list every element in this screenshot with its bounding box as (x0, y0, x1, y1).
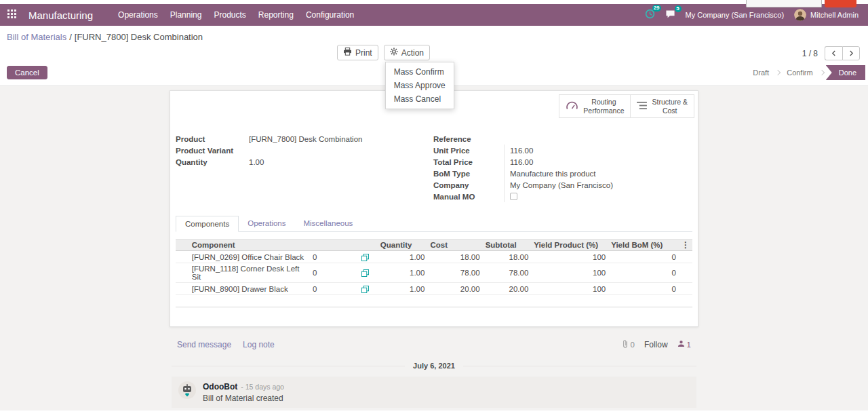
table-row[interactable]: [FURN_1118] Corner Desk Left Sit 0 1.00 … (176, 263, 692, 283)
cell-yield-bom[interactable]: 0 (608, 263, 679, 283)
header-yield-bom[interactable]: Yield BoM (%) (608, 240, 679, 251)
total-price-label: Total Price (433, 158, 504, 166)
message-author[interactable]: OdooBot (203, 382, 237, 392)
pager-previous-button[interactable] (825, 46, 842, 60)
cell-quantity[interactable]: 1.00 (378, 263, 428, 283)
cell-cost: 78.00 (427, 263, 482, 283)
routing-performance-button[interactable]: Routing Performance (559, 94, 631, 118)
header-cost[interactable]: Cost (427, 240, 482, 251)
status-chevron-icon (818, 70, 824, 75)
company-value[interactable]: My Company (San Francisco) (504, 179, 692, 191)
status-chevron-icon (775, 70, 781, 75)
product-value-link[interactable]: [FURN_7800] Desk Combination (249, 135, 362, 143)
status-step-done[interactable]: Done (826, 65, 865, 80)
pager-buttons (825, 46, 860, 60)
chevron-right-icon (849, 48, 854, 58)
cell-quantity[interactable]: 1.00 (378, 283, 428, 295)
header-subtotal[interactable]: Subtotal (483, 240, 532, 251)
manual-mo-checkbox[interactable] (510, 193, 517, 200)
row-handle[interactable] (176, 263, 189, 283)
print-button[interactable]: Print (337, 45, 378, 60)
gear-icon (390, 47, 398, 58)
menu-products[interactable]: Products (208, 7, 252, 22)
status-step-confirm[interactable]: Confirm (782, 66, 818, 79)
activities-badge: 29 (652, 5, 661, 12)
menu-reporting[interactable]: Reporting (252, 7, 300, 22)
bom-form-sheet: Routing Performance Structure & Cost Pro… (170, 90, 698, 327)
messages-badge: 5 (675, 5, 682, 12)
divider-line (463, 366, 696, 366)
messages-button[interactable]: 5 (665, 9, 675, 21)
manual-mo-value (504, 191, 692, 202)
statusbar: Draft Confirm Done (748, 65, 865, 80)
cell-component[interactable]: [FURN_8900] Drawer Black (189, 283, 310, 295)
bom-type-value[interactable]: Manufacture this product (504, 168, 692, 179)
cell-variant-count: 0 (310, 251, 353, 263)
tab-miscellaneous[interactable]: Miscellaneous (294, 216, 361, 232)
tab-operations[interactable]: Operations (239, 216, 294, 232)
row-handle[interactable] (176, 283, 189, 295)
cell-yield-product[interactable]: 100 (531, 251, 608, 263)
menu-planning[interactable]: Planning (164, 7, 208, 22)
chatter-links: Send message Log note (177, 340, 275, 349)
cell-yield-product[interactable]: 100 (531, 283, 608, 295)
followers-button[interactable]: 1 (677, 340, 691, 349)
cell-component[interactable]: [FURN_0269] Office Chair Black (189, 251, 310, 263)
menu-item-mass-confirm[interactable]: Mass Confirm (386, 65, 454, 79)
apps-menu-button[interactable] (0, 4, 23, 26)
cell-yield-bom[interactable]: 0 (608, 283, 679, 295)
optional-columns-toggle[interactable]: ⋮ (679, 240, 692, 251)
browser-red-button-artifact (825, 0, 856, 7)
field-group-right: Reference Unit Price 116.00 Total Price … (433, 133, 692, 202)
row-handle[interactable] (176, 251, 189, 263)
header-yield-product[interactable]: Yield Product (%) (531, 240, 608, 251)
structure-cost-button[interactable]: Structure & Cost (631, 94, 694, 118)
header-component[interactable]: Component (189, 240, 310, 251)
copy-icon[interactable] (361, 286, 369, 293)
log-note-button[interactable]: Log note (243, 340, 275, 349)
cell-subtotal: 18.00 (483, 251, 532, 263)
action-button[interactable]: Action (384, 45, 430, 60)
chatter-toolbar: Send message Log note 0 Follow 1 (172, 338, 696, 351)
cancel-button[interactable]: Cancel (7, 66, 47, 79)
structure-cost-label: Structure & Cost (652, 98, 688, 115)
breadcrumb-parent-link[interactable]: Bill of Materials (7, 32, 66, 42)
control-panel: Bill of Materials/[FURN_7800] Desk Combi… (0, 26, 868, 86)
date-divider-text: July 6, 2021 (413, 362, 455, 370)
activities-button[interactable]: 29 (645, 9, 655, 21)
manual-mo-label: Manual MO (433, 193, 504, 201)
menu-item-mass-cancel[interactable]: Mass Cancel (386, 92, 454, 106)
header-quantity[interactable]: Quantity (378, 240, 428, 251)
table-row[interactable]: [FURN_0269] Office Chair Black 0 1.00 18… (176, 251, 692, 263)
field-unit-price: Unit Price 116.00 (433, 145, 692, 156)
chatter-message: OdooBot - 15 days ago Bill of Material c… (172, 377, 696, 408)
pager-next-button[interactable] (842, 46, 860, 60)
attachment-count: 0 (631, 341, 635, 349)
follower-count: 1 (687, 341, 691, 349)
main-menu: Operations Planning Products Reporting C… (112, 7, 360, 22)
copy-icon[interactable] (361, 254, 369, 261)
reference-value[interactable] (504, 133, 692, 145)
cell-quantity[interactable]: 1.00 (378, 251, 428, 263)
table-row[interactable]: [FURN_8900] Drawer Black 0 1.00 20.00 20… (176, 283, 692, 295)
menu-configuration[interactable]: Configuration (300, 7, 360, 22)
action-dropdown-menu: Mass Confirm Mass Approve Mass Cancel (385, 62, 454, 109)
follow-button[interactable]: Follow (644, 340, 668, 349)
cell-component[interactable]: [FURN_1118] Corner Desk Left Sit (189, 263, 310, 283)
product-variant-label: Product Variant (176, 147, 249, 155)
company-switcher[interactable]: My Company (San Francisco) (686, 11, 785, 19)
breadcrumb-current: [FURN_7800] Desk Combination (75, 32, 203, 42)
cell-yield-product[interactable]: 100 (531, 263, 608, 283)
send-message-button[interactable]: Send message (177, 340, 231, 349)
copy-icon[interactable] (361, 269, 369, 277)
tab-components[interactable]: Components (176, 216, 239, 232)
menu-operations[interactable]: Operations (112, 7, 164, 22)
quantity-value[interactable]: 1.00 (249, 158, 264, 166)
header-icon-col (353, 240, 378, 251)
user-menu[interactable]: Mitchell Admin (794, 9, 859, 21)
attachments-button[interactable]: 0 (622, 339, 635, 349)
status-step-draft[interactable]: Draft (748, 66, 774, 79)
app-name[interactable]: Manufacturing (28, 9, 93, 21)
cell-yield-bom[interactable]: 0 (608, 251, 679, 263)
menu-item-mass-approve[interactable]: Mass Approve (386, 79, 454, 92)
